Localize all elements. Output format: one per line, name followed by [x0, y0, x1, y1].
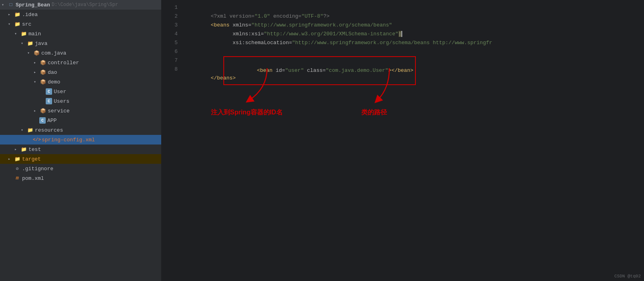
editor-content: 1 2 3 4 5 6 7 8 <?xml version="1.0" enco…	[162, 0, 644, 281]
arrow-icon	[34, 70, 39, 75]
arrow-icon	[34, 108, 39, 113]
sidebar-item-label: demo	[48, 79, 60, 85]
git-icon: ⊘	[14, 166, 21, 172]
sidebar-item-label: src	[22, 21, 31, 27]
java-class-icon: C	[39, 117, 46, 124]
sidebar-item-label: User	[54, 89, 66, 95]
arrow-icon	[14, 31, 20, 36]
line-numbers: 1 2 3 4 5 6 7 8	[162, 0, 181, 281]
folder-icon: 📁	[26, 41, 34, 47]
arrow-icon	[21, 41, 26, 46]
sidebar-item-controller[interactable]: 📦 controller	[0, 58, 161, 67]
sidebar-item-label: .idea	[22, 12, 38, 18]
sidebar-item-idea[interactable]: 📁 .idea	[0, 10, 161, 19]
sidebar-item-label: Users	[54, 98, 69, 104]
sidebar-item-label: APP	[47, 118, 57, 124]
sidebar-item-users[interactable]: C Users	[0, 96, 161, 106]
sidebar-item-spring-config[interactable]: </> spring-config.xml	[0, 135, 161, 145]
sidebar-item-label: target	[22, 156, 41, 162]
sidebar-item-label: test	[28, 147, 41, 153]
sidebar-item-gitignore[interactable]: ⊘ .gitignore	[0, 164, 161, 173]
folder-icon: 📁	[20, 31, 27, 37]
sidebar-item-com-java[interactable]: 📦 com.java	[0, 48, 161, 58]
arrow-icon	[2, 2, 7, 7]
sidebar-item-test[interactable]: 📁 test	[0, 145, 161, 154]
code-line-1: <?xml version="1.0" encoding="UTF-8"?>	[186, 3, 644, 12]
sidebar-item-user[interactable]: C User	[0, 87, 161, 96]
svg-text:类的路径: 类的路径	[361, 109, 387, 116]
sidebar-item-label: .gitignore	[22, 166, 53, 172]
package-icon: 📦	[39, 69, 47, 75]
pom-icon: m	[14, 175, 21, 181]
package-icon: 📦	[39, 79, 47, 85]
sidebar-item-demo[interactable]: 📦 demo	[0, 77, 161, 87]
sidebar-item-label: java	[35, 41, 47, 47]
sidebar-item-label: dao	[48, 69, 57, 75]
package-icon: 📦	[39, 108, 47, 114]
sidebar-item-label: spring-config.xml	[42, 137, 95, 143]
arrow-icon	[8, 157, 14, 161]
sidebar-item-label: resources	[35, 127, 63, 133]
watermark: CSDN @tq02	[614, 274, 641, 279]
editor-panel: 1 2 3 4 5 6 7 8 <?xml version="1.0" enco…	[162, 0, 644, 281]
svg-text:注入到Spring容器的ID名: 注入到Spring容器的ID名	[211, 108, 283, 116]
package-icon: 📦	[39, 60, 47, 66]
project-label: Spring_Bean	[16, 2, 50, 8]
sidebar-item-target[interactable]: 📁 target	[0, 154, 161, 164]
folder-icon: 📁	[26, 127, 34, 133]
sidebar-item-label: com.java	[41, 50, 66, 56]
sidebar-item-label: controller	[48, 60, 79, 66]
folder-icon: 📁	[14, 21, 21, 27]
folder-icon: 📁	[14, 12, 21, 18]
arrow-icon	[21, 128, 26, 132]
arrow-icon	[27, 51, 33, 55]
sidebar-item-resources[interactable]: 📁 resources	[0, 125, 161, 135]
code-area[interactable]: <?xml version="1.0" encoding="UTF-8"?> <…	[181, 0, 644, 281]
folder-icon: 📁	[20, 147, 27, 153]
project-icon: □	[7, 2, 14, 8]
sidebar-item-pom[interactable]: m pom.xml	[0, 173, 161, 183]
sidebar-item-main[interactable]: 📁 main	[0, 29, 161, 39]
arrow-icon	[8, 12, 14, 17]
sidebar-item-label: main	[28, 31, 41, 37]
java-class-icon: C	[46, 98, 52, 104]
arrow-icon	[8, 22, 14, 26]
code-line-6: <bean id="user" class="com.java.demo.Use…	[186, 47, 644, 56]
folder-icon: 📁	[14, 156, 21, 162]
xml-icon: </>	[33, 137, 40, 142]
arrow-icon	[34, 79, 39, 84]
java-class-icon: C	[46, 88, 52, 95]
sidebar-item-src[interactable]: 📁 src	[0, 19, 161, 29]
arrow-icon	[34, 60, 39, 65]
sidebar-item-service[interactable]: 📦 service	[0, 106, 161, 116]
sidebar-item-label: service	[48, 108, 70, 114]
file-tree[interactable]: □ Spring_Bean D:\Code\java\Spring\Spr 📁 …	[0, 0, 162, 281]
sidebar-item-dao[interactable]: 📦 dao	[0, 67, 161, 77]
package-icon: 📦	[33, 50, 40, 56]
sidebar-item-label: pom.xml	[22, 175, 44, 181]
arrow-icon	[14, 147, 20, 152]
sidebar-item-java[interactable]: 📁 java	[0, 39, 161, 48]
sidebar-item-app[interactable]: C APP	[0, 116, 161, 125]
project-path: D:\Code\java\Spring\Spr	[52, 2, 118, 8]
sidebar-item-spring-bean-root[interactable]: □ Spring_Bean D:\Code\java\Spring\Spr	[0, 0, 161, 10]
